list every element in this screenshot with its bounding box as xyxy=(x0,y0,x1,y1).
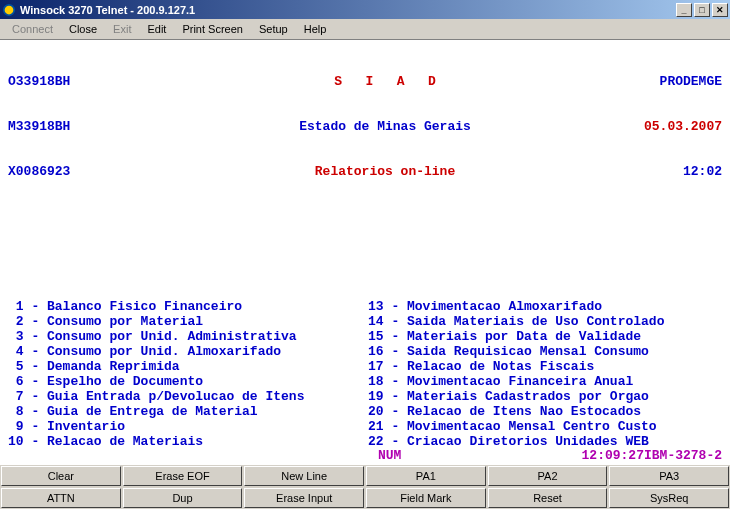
maximize-button[interactable]: □ xyxy=(694,3,710,17)
terminal-screen[interactable]: O33918BHS I A DPRODEMGE M33918BHEstado d… xyxy=(0,40,730,448)
menu-item-right[interactable]: 18 - Movimentacao Financeira Anual xyxy=(368,374,722,389)
status-num: NUM xyxy=(378,448,401,463)
fn-button[interactable]: PA3 xyxy=(609,466,729,486)
menu-help[interactable]: Help xyxy=(296,21,335,37)
menu-item-right[interactable]: 13 - Movimentacao Almoxarifado xyxy=(368,299,722,314)
menu-connect[interactable]: Connect xyxy=(4,21,61,37)
menu-print[interactable]: Print Screen xyxy=(174,21,251,37)
menu-item-right[interactable]: 20 - Relacao de Itens Nao Estocados xyxy=(368,404,722,419)
hdr-l1-center: S I A D xyxy=(178,74,592,89)
fn-button[interactable]: ATTN xyxy=(1,488,121,508)
fn-button[interactable]: SysReq xyxy=(609,488,729,508)
menu-item-right[interactable]: 22 - Criacao Diretorios Unidades WEB xyxy=(368,434,722,448)
menu-item-right[interactable]: 17 - Relacao de Notas Fiscais xyxy=(368,359,722,374)
status-term: IBM-3278-2 xyxy=(644,448,722,463)
menu-item-left[interactable]: 9 - Inventario xyxy=(8,419,368,434)
menu-item-right[interactable]: 14 - Saida Materiais de Uso Controlado xyxy=(368,314,722,329)
menu-item-left[interactable]: 5 - Demanda Reprimida xyxy=(8,359,368,374)
app-icon xyxy=(2,3,16,17)
button-row-1: ClearErase EOFNew LinePA1PA2PA3 xyxy=(0,465,730,487)
menu-item-left[interactable]: 6 - Espelho de Documento xyxy=(8,374,368,389)
window-title: Winsock 3270 Telnet - 200.9.127.1 xyxy=(20,4,195,16)
menu-item-right[interactable]: 21 - Movimentacao Mensal Centro Custo xyxy=(368,419,722,434)
titlebar: Winsock 3270 Telnet - 200.9.127.1 _ □ ✕ xyxy=(0,0,730,19)
hdr-l3-right: 12:02 xyxy=(592,164,722,179)
hdr-l3-center: Relatorios on-line xyxy=(178,164,592,179)
hdr-l2-right: 05.03.2007 xyxy=(592,119,722,134)
hdr-l3-left: X0086923 xyxy=(8,164,178,179)
menu-right-column: 13 - Movimentacao Almoxarifado14 - Saida… xyxy=(368,299,722,448)
fn-button[interactable]: Erase EOF xyxy=(123,466,243,486)
hdr-l1-left: O33918BH xyxy=(8,74,178,89)
menu-setup[interactable]: Setup xyxy=(251,21,296,37)
hdr-l2-center: Estado de Minas Gerais xyxy=(178,119,592,134)
svg-point-0 xyxy=(4,4,15,15)
button-row-2: ATTNDupErase InputField MarkResetSysReq xyxy=(0,487,730,509)
menu-item-left[interactable]: 8 - Guia de Entrega de Material xyxy=(8,404,368,419)
status-time: 12:09:27 xyxy=(582,448,644,463)
menu-edit[interactable]: Edit xyxy=(139,21,174,37)
fn-button[interactable]: PA2 xyxy=(488,466,608,486)
close-button[interactable]: ✕ xyxy=(712,3,728,17)
status-bar: NUM 12:09:27 IBM-3278-2 xyxy=(0,448,730,465)
menu-item-right[interactable]: 15 - Materiais por Data de Validade xyxy=(368,329,722,344)
minimize-button[interactable]: _ xyxy=(676,3,692,17)
menubar: Connect Close Exit Edit Print Screen Set… xyxy=(0,19,730,40)
hdr-l2-left: M33918BH xyxy=(8,119,178,134)
fn-button[interactable]: PA1 xyxy=(366,466,486,486)
fn-button[interactable]: Erase Input xyxy=(244,488,364,508)
hdr-l1-right: PRODEMGE xyxy=(592,74,722,89)
fn-button[interactable]: Clear xyxy=(1,466,121,486)
menu-item-left[interactable]: 4 - Consumo por Unid. Almoxarifado xyxy=(8,344,368,359)
menu-close[interactable]: Close xyxy=(61,21,105,37)
menu-item-right[interactable]: 19 - Materiais Cadastrados por Orgao xyxy=(368,389,722,404)
menu-item-left[interactable]: 1 - Balanco Fisico Financeiro xyxy=(8,299,368,314)
menu-exit[interactable]: Exit xyxy=(105,21,139,37)
menu-item-left[interactable]: 10 - Relacao de Materiais xyxy=(8,434,368,448)
fn-button[interactable]: Reset xyxy=(488,488,608,508)
menu-item-left[interactable]: 3 - Consumo por Unid. Administrativa xyxy=(8,329,368,344)
fn-button[interactable]: New Line xyxy=(244,466,364,486)
fn-button[interactable]: Dup xyxy=(123,488,243,508)
menu-left-column: 1 - Balanco Fisico Financeiro 2 - Consum… xyxy=(8,299,368,448)
menu-item-left[interactable]: 2 - Consumo por Material xyxy=(8,314,368,329)
menu-item-right[interactable]: 16 - Saida Requisicao Mensal Consumo xyxy=(368,344,722,359)
menu-item-left[interactable]: 7 - Guia Entrada p/Devolucao de Itens xyxy=(8,389,368,404)
fn-button[interactable]: Field Mark xyxy=(366,488,486,508)
